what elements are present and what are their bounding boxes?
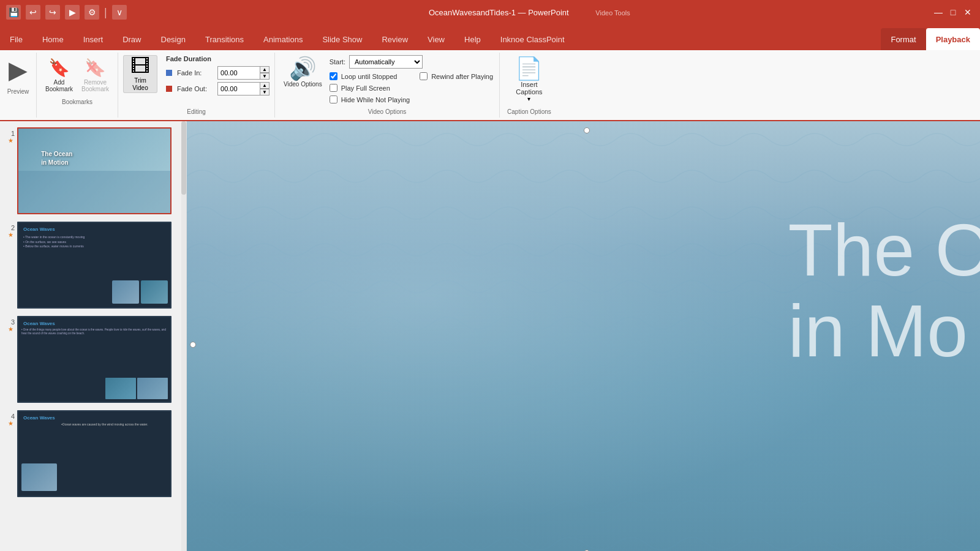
tab-home[interactable]: Home bbox=[32, 28, 74, 50]
remove-bookmark-button[interactable]: 🔖✕ RemoveBookmark bbox=[78, 55, 113, 95]
insert-captions-button[interactable]: 📄 InsertCaptions ▾ bbox=[510, 55, 548, 105]
fade-in-up-button[interactable]: ▲ bbox=[260, 66, 270, 73]
tab-transitions[interactable]: Transitions bbox=[195, 28, 254, 50]
slide-item-3[interactable]: 3 ★ Ocean Waves • One of the things many… bbox=[2, 315, 184, 404]
ocean-background: The O in Mo bbox=[187, 121, 980, 551]
tab-format[interactable]: Format bbox=[881, 28, 925, 50]
slide-2-title: Ocean Waves bbox=[23, 227, 55, 232]
customize-button[interactable]: ⚙ bbox=[85, 5, 99, 20]
tab-animations[interactable]: Animations bbox=[254, 28, 312, 50]
slide-item-2[interactable]: 2 ★ Ocean Waves • The water in the ocean… bbox=[2, 220, 184, 310]
quick-access-toolbar: 💾 ↩ ↪ ▶ ⚙ | ∨ bbox=[6, 5, 127, 20]
slide-thumb-3[interactable]: Ocean Waves • One of the things many peo… bbox=[17, 316, 172, 403]
title-bar: 💾 ↩ ↪ ▶ ⚙ | ∨ OceanWavesandTides-1 — Pow… bbox=[0, 0, 980, 24]
fade-in-arrow-icon bbox=[166, 70, 172, 76]
caption-options-label: Caption Options bbox=[507, 107, 551, 115]
preview-label: Preview bbox=[6, 87, 30, 95]
start-label: Start: bbox=[330, 58, 345, 66]
slide-2-images bbox=[112, 280, 168, 304]
loop-checkbox[interactable] bbox=[330, 72, 337, 80]
scrollbar-track[interactable] bbox=[181, 121, 186, 551]
insert-captions-dropdown-icon: ▾ bbox=[527, 96, 530, 102]
editing-label: Editing bbox=[123, 107, 270, 115]
slide-thumb-2[interactable]: Ocean Waves • The water in the ocean is … bbox=[17, 222, 172, 309]
fade-out-arrow-icon bbox=[166, 86, 172, 92]
context-tabs: Format Playback bbox=[881, 28, 980, 50]
trim-video-button[interactable]: 🎞 TrimVideo bbox=[123, 55, 157, 93]
title-text: OceanWavesandTides-1 — PowerPoint bbox=[429, 8, 569, 17]
video-options-controls: Start: Automatically On Click Loop until… bbox=[330, 55, 493, 105]
fade-in-row: Fade In: ▲ ▼ bbox=[166, 66, 270, 80]
minimize-button[interactable]: — bbox=[932, 6, 944, 18]
fade-in-label: Fade In: bbox=[177, 69, 214, 77]
undo-button[interactable]: ↩ bbox=[26, 5, 40, 20]
maximize-button[interactable]: □ bbox=[947, 6, 959, 18]
fade-duration-section: Fade Duration Fade In: ▲ ▼ Fade Out: bbox=[166, 55, 270, 98]
fade-in-input[interactable] bbox=[217, 66, 260, 80]
selection-handle-top[interactable] bbox=[584, 127, 590, 133]
tab-view[interactable]: View bbox=[418, 28, 454, 50]
hide-not-playing-row[interactable]: Hide While Not Playing bbox=[330, 96, 410, 103]
slide-item-4[interactable]: 4 ★ Ocean Waves •Ocean waves are caused … bbox=[2, 409, 184, 498]
fade-out-input[interactable] bbox=[217, 82, 260, 96]
remove-bookmark-label: RemoveBookmark bbox=[81, 79, 109, 92]
play-button[interactable]: ▶ bbox=[6, 55, 30, 84]
tab-playback[interactable]: Playback bbox=[926, 28, 980, 50]
slide-4-title: Ocean Waves bbox=[23, 415, 55, 421]
slide-4-text: •Ocean waves are caused by the wind movi… bbox=[61, 422, 167, 427]
slide-2-bullets: • The water in the ocean is constantly m… bbox=[23, 235, 118, 249]
tab-help[interactable]: Help bbox=[454, 28, 491, 50]
tab-slideshow[interactable]: Slide Show bbox=[312, 28, 372, 50]
add-bookmark-button[interactable]: 🔖 AddBookmark bbox=[42, 55, 77, 95]
slide-3-text: • One of the things many people love abo… bbox=[21, 328, 167, 336]
save-button[interactable]: 💾 bbox=[6, 5, 21, 20]
hide-not-playing-checkbox[interactable] bbox=[330, 96, 337, 103]
close-button[interactable]: ✕ bbox=[962, 6, 974, 18]
ribbon-group-bookmarks: 🔖 AddBookmark 🔖✕ RemoveBookmark Bookmark… bbox=[37, 53, 118, 118]
scrollbar-thumb[interactable] bbox=[181, 121, 186, 195]
slide-3-title: Ocean Waves bbox=[23, 321, 55, 326]
start-select[interactable]: Automatically On Click bbox=[349, 55, 423, 69]
window-title: OceanWavesandTides-1 — PowerPoint Video … bbox=[127, 8, 932, 17]
selection-handle-left[interactable] bbox=[190, 342, 196, 348]
rewind-checkbox[interactable] bbox=[420, 72, 428, 80]
insert-captions-icon: 📄 bbox=[515, 58, 543, 80]
bookmarks-label: Bookmarks bbox=[42, 97, 113, 105]
remove-bookmark-icon: 🔖✕ bbox=[85, 58, 106, 78]
slide-number-4: 4 bbox=[4, 413, 15, 420]
fade-out-down-button[interactable]: ▼ bbox=[260, 89, 270, 96]
slide-star-3: ★ bbox=[8, 326, 13, 332]
ribbon-group-preview: ▶ Preview bbox=[0, 53, 37, 118]
volume-icon: 🔊 bbox=[289, 58, 317, 80]
ribbon-tabs: File Home Insert Draw Design Transitions… bbox=[0, 24, 980, 50]
slide-3-images bbox=[105, 378, 168, 399]
tab-design[interactable]: Design bbox=[151, 28, 195, 50]
slideshow-button[interactable]: ▶ bbox=[65, 5, 80, 20]
fade-out-up-button[interactable]: ▲ bbox=[260, 82, 270, 89]
slide-panel: 1 ★ The Oceanin Motion 2 ★ Ocean Waves bbox=[0, 121, 187, 551]
trim-video-label: TrimVideo bbox=[132, 77, 148, 92]
tab-review[interactable]: Review bbox=[372, 28, 418, 50]
fade-in-down-button[interactable]: ▼ bbox=[260, 73, 270, 80]
tab-file[interactable]: File bbox=[0, 28, 32, 50]
rewind-row[interactable]: Rewind after Playing bbox=[420, 72, 493, 80]
more-button[interactable]: ∨ bbox=[112, 5, 127, 20]
ribbon-group-caption-options: 📄 InsertCaptions ▾ Caption Options bbox=[500, 53, 559, 118]
canvas-area[interactable]: The O in Mo bbox=[187, 121, 980, 551]
volume-control[interactable]: 🔊 Video Options bbox=[281, 55, 325, 90]
slide-number-1: 1 bbox=[4, 130, 15, 137]
play-full-screen-label: Play Full Screen bbox=[341, 84, 390, 92]
slide-star-1: ★ bbox=[8, 137, 13, 144]
tab-draw[interactable]: Draw bbox=[113, 28, 151, 50]
play-full-screen-row[interactable]: Play Full Screen bbox=[330, 84, 410, 92]
play-full-screen-checkbox[interactable] bbox=[330, 84, 337, 92]
slide-thumb-4[interactable]: Ocean Waves •Ocean waves are caused by t… bbox=[17, 410, 172, 497]
fade-out-label: Fade Out: bbox=[177, 85, 214, 92]
slide-star-4: ★ bbox=[8, 420, 13, 427]
loop-row[interactable]: Loop until Stopped bbox=[330, 72, 410, 80]
tab-classpoint[interactable]: Inknoe ClassPoint bbox=[491, 28, 575, 50]
slide-item-1[interactable]: 1 ★ The Oceanin Motion bbox=[2, 126, 184, 216]
tab-insert[interactable]: Insert bbox=[74, 28, 113, 50]
slide-thumb-1[interactable]: The Oceanin Motion bbox=[17, 127, 172, 214]
redo-button[interactable]: ↪ bbox=[45, 5, 60, 20]
